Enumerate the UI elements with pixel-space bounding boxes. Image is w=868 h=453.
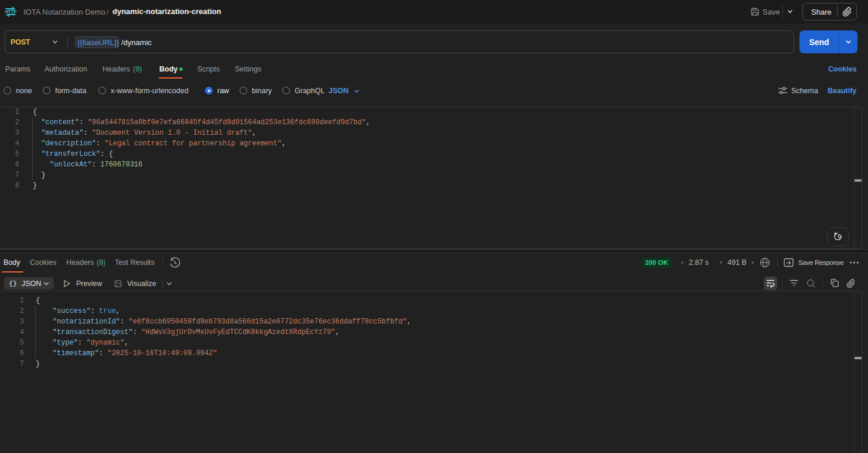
svg-text:HTTP: HTTP	[5, 9, 16, 15]
